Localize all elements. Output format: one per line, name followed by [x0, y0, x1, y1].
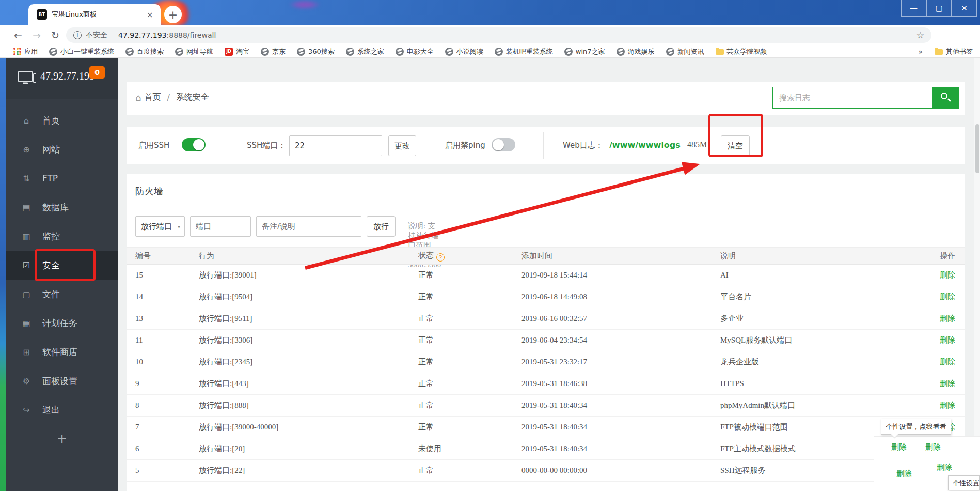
bookmark-item[interactable]: win7之家: [564, 47, 605, 56]
sidebar-item-ftp[interactable]: ⇅FTP: [6, 164, 118, 193]
bookmark-label: 装机吧重装系统: [506, 47, 553, 56]
maximize-button[interactable]: ▢: [926, 0, 952, 17]
delete-link[interactable]: 删除: [940, 292, 955, 301]
delete-link[interactable]: 删除: [940, 357, 955, 366]
shield-check-icon: ☑: [21, 260, 32, 270]
sidebar-item-files[interactable]: ▢文件: [6, 280, 118, 309]
glitch-divider: [915, 437, 915, 491]
sidebar-item-website[interactable]: ⊕网站: [6, 135, 118, 164]
sidebar-item-appstore[interactable]: ⊞软件商店: [6, 337, 118, 366]
server-ip: 47.92.77.193: [40, 70, 94, 82]
bookmarks-overflow-icon[interactable]: »: [918, 48, 923, 56]
sidebar-item-settings[interactable]: ⚙面板设置: [6, 366, 118, 395]
search-button[interactable]: [932, 87, 959, 109]
delete-link[interactable]: 删除: [940, 314, 955, 323]
bookmark-label: 网址导航: [186, 47, 213, 56]
reload-icon[interactable]: ↻: [46, 25, 64, 45]
delete-link[interactable]: 删除: [940, 270, 955, 280]
bookmark-item[interactable]: 游戏娱乐: [617, 47, 655, 56]
add-shortcut-button[interactable]: +: [6, 432, 118, 446]
ssh-port-input[interactable]: [289, 135, 382, 156]
sidebar-item-label: 监控: [42, 231, 60, 242]
forward-icon[interactable]: →: [28, 25, 45, 45]
bookmark-label: 小白一键重装系统: [60, 47, 114, 56]
bookmark-label: 其他书签: [946, 47, 973, 56]
bookmark-item-taobao[interactable]: JD淘宝: [225, 47, 249, 56]
sidebar-item-database[interactable]: ▤数据库: [6, 193, 118, 222]
sidebar-item-home[interactable]: ⌂首页: [6, 106, 118, 135]
tooltip-personalize[interactable]: 个性设置，点我看看: [881, 419, 951, 435]
url-path: :8888/firewall: [167, 31, 216, 39]
bookmarks-separator: [928, 48, 928, 56]
allow-port-button[interactable]: 放行: [367, 216, 396, 237]
minimize-button[interactable]: —: [901, 0, 926, 17]
bookmark-item[interactable]: 新闻资讯: [666, 47, 704, 56]
firewall-panel: 防火墙 放行端口 ▾ 放行 说明: 支持放行端口范围，如: 3000:3500 …: [127, 174, 965, 491]
bookmark-item[interactable]: 京东: [261, 47, 286, 56]
back-icon[interactable]: ←: [9, 25, 27, 45]
sidebar-item-cron[interactable]: ▦计划任务: [6, 309, 118, 337]
breadcrumb-home[interactable]: 首页: [144, 92, 161, 103]
delete-link[interactable]: 删除: [896, 469, 912, 479]
tooltip-personalize-partial[interactable]: 个性设置: [948, 475, 980, 490]
tab-close-icon[interactable]: ×: [146, 10, 154, 20]
col-status: 状态?: [418, 251, 521, 262]
bookmark-item[interactable]: 小说阅读: [445, 47, 483, 56]
bookmark-item[interactable]: 小白一键重装系统: [49, 47, 114, 56]
main-content: ⌂ 首页 / 系统安全 启用SSH SSH端口： 更改 启用禁ping: [118, 58, 974, 491]
new-tab-button[interactable]: +: [164, 6, 182, 23]
sidebar-item-label: FTP: [42, 173, 58, 183]
ping-toggle[interactable]: [492, 138, 515, 151]
close-window-button[interactable]: ✕: [952, 0, 977, 17]
apps-grid-icon: [13, 48, 21, 55]
bookmark-item[interactable]: 装机吧重装系统: [495, 47, 553, 56]
disable-ping-label: 启用禁ping: [445, 141, 485, 150]
help-icon[interactable]: ?: [436, 253, 445, 262]
scrollbar-thumb[interactable]: [975, 124, 979, 173]
ssh-toggle[interactable]: [182, 138, 206, 151]
delete-link[interactable]: 删除: [937, 463, 952, 472]
wallpaper-strip: [0, 58, 6, 491]
sidebar-header[interactable]: 47.92.77.193 0: [6, 58, 118, 99]
bookmark-item[interactable]: 网址导航: [175, 47, 213, 56]
delete-link[interactable]: 删除: [940, 379, 955, 388]
note-input[interactable]: [256, 216, 361, 237]
col-action: 行为: [199, 251, 418, 261]
bookmark-star-icon[interactable]: ☆: [916, 30, 924, 40]
globe-favicon-icon: [617, 48, 625, 56]
sidebar-item-label: 软件商店: [42, 346, 77, 358]
delete-link[interactable]: 删除: [940, 401, 955, 410]
sidebar-item-logout[interactable]: ↪退出: [6, 395, 118, 424]
rule-type-select[interactable]: 放行端口 ▾: [135, 216, 185, 237]
security-label: 不安全: [86, 30, 107, 40]
port-input[interactable]: [190, 216, 251, 237]
page-scrollbar[interactable]: [974, 58, 980, 491]
sidebar-item-label: 计划任务: [42, 317, 77, 329]
table-row: 7放行端口:[39000-40000]正常2019-05-31 18:40:34…: [127, 417, 965, 438]
message-count-badge[interactable]: 0: [89, 66, 105, 79]
bookmark-item[interactable]: 芸众学院视频: [716, 47, 767, 56]
bookmark-item[interactable]: 360搜索: [297, 47, 335, 56]
globe-favicon-icon: [445, 48, 453, 56]
sidebar-item-label: 网站: [42, 144, 60, 156]
search-input[interactable]: [773, 87, 932, 108]
delete-link[interactable]: 删除: [940, 335, 955, 345]
delete-link[interactable]: 删除: [891, 442, 907, 452]
delete-link[interactable]: 删除: [925, 442, 941, 452]
change-port-button[interactable]: 更改: [388, 135, 416, 156]
browser-tab[interactable]: BT 宝塔Linux面板 ×: [28, 4, 161, 25]
info-icon[interactable]: i: [73, 31, 82, 39]
bookmark-item[interactable]: 系统之家: [346, 47, 384, 56]
globe-favicon-icon: [175, 48, 183, 56]
other-bookmarks[interactable]: 其他书签: [935, 47, 973, 56]
sidebar-item-monitor[interactable]: ▥监控: [6, 222, 118, 251]
bookmark-item[interactable]: 电影大全: [396, 47, 434, 56]
weblog-label: Web日志：: [563, 141, 603, 150]
annotation-box-security: [35, 249, 96, 281]
col-time: 添加时间: [521, 251, 720, 261]
breadcrumb-separator: /: [167, 93, 169, 102]
home-icon: ⌂: [135, 92, 141, 103]
bookmark-item[interactable]: 百度搜索: [125, 47, 164, 56]
address-bar[interactable]: i 不安全 47.92.77.193 :8888/firewall ☆: [66, 27, 931, 43]
bookmark-apps[interactable]: 应用: [13, 47, 38, 56]
